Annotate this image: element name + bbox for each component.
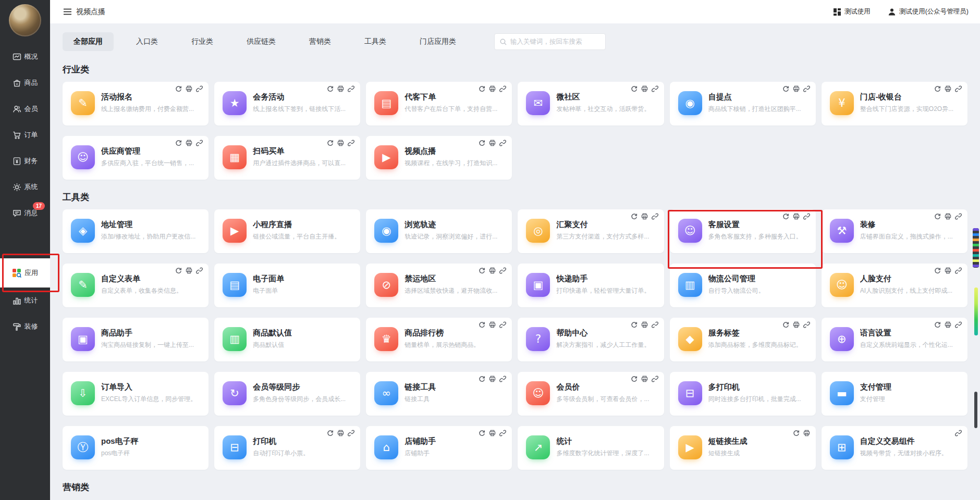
printer-icon[interactable] [945,267,951,274]
app-card[interactable]: ▶短链接生成短链接生成 [670,426,816,470]
link-icon[interactable] [803,85,810,92]
refresh-icon[interactable] [479,430,485,436]
sidebar-item-order[interactable]: 订单 [0,122,50,148]
link-icon[interactable] [499,376,506,382]
app-card[interactable]: ◈地址管理添加/修改地址，协助用户更改信... [63,209,209,253]
hamburger-menu-icon[interactable] [64,8,71,15]
app-card[interactable]: ⊘禁运地区选择区域禁收快递，避开物流收... [366,264,512,307]
app-card[interactable]: Ⓨpos电子秤pos电子秤 [63,426,209,470]
app-card[interactable]: ▶视频点播视频课程，在线学习，打造知识... [366,136,512,180]
user-menu[interactable]: 测试使用(公众号管理员) [888,7,969,16]
link-icon[interactable] [348,430,354,436]
app-card[interactable]: ◎汇聚支付第三方支付渠道，支付方式多样... [518,209,664,253]
printer-icon[interactable] [793,85,800,92]
app-card[interactable]: ✎活动报名线上报名缴纳费用，付费金额营... [63,82,209,126]
refresh-icon[interactable] [631,213,638,220]
sidebar-item-design[interactable]: 装修 [0,314,50,340]
app-card[interactable]: ▶小程序直播链接公域流量，平台自主开播。 [214,209,360,253]
app-card[interactable]: ∞链接工具链接工具 [366,372,512,416]
app-card[interactable]: ▤代客下单代替客户在后台下单，支持自营... [366,82,512,126]
app-card[interactable]: ⊞自定义交易组件视频号带货，无缝对接小程序。 [822,426,967,470]
printer-icon[interactable] [641,321,648,328]
app-card[interactable]: ☺客服设置多角色客服支持，多种服务入口。 [670,209,816,253]
sidebar-item-member[interactable]: 会员 [0,96,50,122]
refresh-icon[interactable] [934,85,941,92]
app-card[interactable]: ⊟打印机自动打印订单小票。 [214,426,360,470]
app-card[interactable]: ◉浏览轨迹轨迹记录，洞察浏览偏好，进行... [366,209,512,253]
printer-icon[interactable] [186,140,192,146]
refresh-icon[interactable] [327,85,334,92]
app-card[interactable]: ☺供应商管理多供应商入驻，平台统一销售，... [63,136,209,180]
app-card[interactable]: ⇩订单导入EXCEL导入订单信息，同步管理。 [63,372,209,416]
link-icon[interactable] [652,85,658,92]
app-card[interactable]: ⌂店铺助手店铺助手 [366,426,512,470]
app-card[interactable]: ☺会员价多等级会员制，可查看会员价，... [518,372,664,416]
app-card[interactable]: ✉微社区发帖种草，社交互动，活跃带货。 [518,82,664,126]
printer-icon[interactable] [186,267,192,274]
refresh-icon[interactable] [631,376,638,382]
refresh-icon[interactable] [175,140,182,146]
sidebar-item-stats[interactable]: 统计 [0,288,50,314]
tab-入口类[interactable]: 入口类 [125,32,169,51]
app-card[interactable]: ▥商品默认值商品默认值 [214,318,360,361]
tab-营销类[interactable]: 营销类 [298,32,342,51]
sidebar-item-overview[interactable]: 概况 [0,44,50,70]
printer-icon[interactable] [489,85,496,92]
refresh-icon[interactable] [327,140,334,146]
printer-icon[interactable] [945,321,951,328]
link-icon[interactable] [803,213,810,220]
link-icon[interactable] [955,267,962,274]
refresh-icon[interactable] [934,321,941,328]
printer-icon[interactable] [489,267,496,274]
refresh-icon[interactable] [479,321,485,328]
app-card[interactable]: ?帮助中心解决方案指引，减少人工工作量。 [518,318,664,361]
printer-icon[interactable] [489,140,496,146]
sidebar-item-message[interactable]: 消息17 [0,200,50,226]
avatar[interactable] [9,4,41,36]
tab-全部应用[interactable]: 全部应用 [63,32,114,51]
workspace-switcher[interactable]: 测试使用 [834,7,871,16]
tab-门店应用类[interactable]: 门店应用类 [409,32,467,51]
sidebar-item-finance[interactable]: 财务 [0,148,50,174]
app-card[interactable]: ▤电子面单电子面单 [214,264,360,307]
refresh-icon[interactable] [782,321,789,328]
link-icon[interactable] [652,321,658,328]
tab-供应链类[interactable]: 供应链类 [236,32,287,51]
link-icon[interactable] [955,213,962,220]
scrollbar-thumb[interactable] [974,392,977,428]
refresh-icon[interactable] [782,85,789,92]
app-card[interactable]: ↗统计多维度数字化统计管理，深度了... [518,426,664,470]
sidebar-item-apps[interactable]: 应用 [0,258,50,288]
link-icon[interactable] [499,85,506,92]
refresh-icon[interactable] [479,140,485,146]
printer-icon[interactable] [945,213,951,220]
link-icon[interactable] [499,140,506,146]
refresh-icon[interactable] [479,267,485,274]
printer-icon[interactable] [337,85,344,92]
link-icon[interactable] [499,267,506,274]
app-card[interactable]: ▥物流公司管理自行导入物流公司。 [670,264,816,307]
refresh-icon[interactable] [175,85,182,92]
app-card[interactable]: ⊟多打印机同时连接多台打印机，批量完成... [670,372,816,416]
app-card[interactable]: ¥门店-收银台整合线下门店资源，实现O2O异... [822,82,967,126]
link-icon[interactable] [955,430,962,436]
refresh-icon[interactable] [479,85,485,92]
printer-icon[interactable] [489,376,496,382]
search-input[interactable] [510,38,600,45]
refresh-icon[interactable] [782,213,789,220]
printer-icon[interactable] [489,430,496,436]
refresh-icon[interactable] [479,376,485,382]
link-icon[interactable] [803,321,810,328]
link-icon[interactable] [196,267,203,274]
printer-icon[interactable] [793,321,800,328]
refresh-icon[interactable] [934,213,941,220]
scrollbar-minimap-thumb[interactable] [973,228,979,268]
link-icon[interactable] [196,140,203,146]
link-icon[interactable] [499,430,506,436]
printer-icon[interactable] [337,430,344,436]
printer-icon[interactable] [489,321,496,328]
printer-icon[interactable] [945,85,951,92]
app-card[interactable]: ⚒装修店铺界面自定义，拖拽式操作，... [822,209,967,253]
printer-icon[interactable] [641,85,648,92]
app-card[interactable]: ↻会员等级同步多角色身份等级同步，会员成长... [214,372,360,416]
